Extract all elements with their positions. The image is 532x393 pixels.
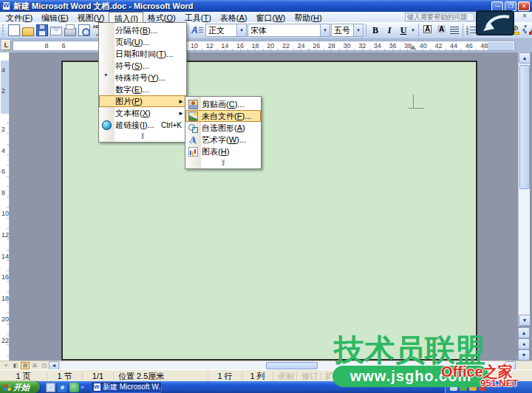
tab-selector[interactable]: L (1, 40, 11, 50)
horizontal-ruler[interactable]: 8610121416182022242628303234363840424446… (13, 41, 515, 51)
ruler-number: 4 (1, 147, 5, 154)
font-combo[interactable]: 宋体 ▼ (248, 24, 330, 37)
ruler-number: 2 (1, 126, 5, 133)
ruler-number: 44 (450, 42, 457, 49)
word-document-icon (2, 1, 10, 10)
email-button[interactable] (49, 24, 63, 38)
chevron-down-icon[interactable]: ▼ (320, 24, 330, 36)
menubar-item-file[interactable]: 文件(F) (1, 12, 37, 22)
ruler-number: 48 (480, 42, 488, 49)
menubar-item-edit[interactable]: 编辑(E) (37, 12, 73, 22)
bold-button[interactable]: B (369, 24, 382, 38)
quick-launch-more-icon[interactable]: » (81, 383, 84, 391)
char-shading-button[interactable] (434, 24, 448, 38)
vertical-ruler[interactable]: 42246810121416182022 (0, 52, 10, 360)
menu-expand-chevron-icon[interactable]: ∨∨ (185, 157, 261, 167)
title-bar: 新建 Microsoft Word 文档.doc - Microsoft Wor… (0, 0, 532, 12)
toolbar-options-icon[interactable]: ▾▾ (520, 24, 531, 38)
styles-and-formatting-button[interactable] (190, 24, 205, 38)
insert-menu-item-symbol[interactable]: 符号(S)... (99, 60, 186, 72)
insert-menu-item-hyperlink[interactable]: 超链接(I)...Ctrl+K (99, 119, 186, 131)
close-button[interactable]: ✕ (518, 1, 530, 11)
ruler-number: 18 (252, 42, 259, 49)
start-label: 开始 (13, 382, 30, 393)
insert-menu-item-page-numbers[interactable]: 页码(U)... (99, 36, 186, 48)
restore-button[interactable]: ❐ (505, 1, 516, 11)
chevron-down-icon[interactable]: ▼ (236, 24, 246, 36)
distributed-button[interactable] (448, 24, 461, 38)
start-button[interactable]: 开始 (0, 381, 40, 393)
minimize-button[interactable]: ─ (491, 1, 503, 11)
underline-button[interactable]: U (397, 24, 410, 38)
font-size-combo[interactable]: 五号 ▼ (331, 24, 364, 37)
select-browse-object-button[interactable]: ● (518, 338, 530, 349)
show-desktop-icon[interactable]: ▢ (46, 383, 55, 392)
web-layout-view-button[interactable]: ◧ (11, 362, 20, 369)
outline-view-button[interactable]: ☰ (30, 362, 39, 369)
reading-layout-view-button[interactable]: ◫ (40, 362, 49, 369)
cursor-swoosh-icon (476, 10, 514, 35)
menubar-item-table[interactable]: 表格(A) (216, 12, 252, 22)
ruler-number: 4 (1, 66, 5, 74)
status-mode-修订: 修订 (297, 372, 321, 380)
char-border-button[interactable] (421, 24, 434, 38)
help-question-input[interactable] (405, 13, 474, 21)
ruler-number: 8 (44, 42, 48, 49)
scrollbar-thumb[interactable] (519, 65, 530, 189)
save-button[interactable] (35, 24, 49, 38)
insert-menu-item-break[interactable]: 分隔符(B)... (99, 24, 186, 36)
document-close-icon[interactable]: × (520, 12, 529, 20)
print-layout-view-button[interactable]: ▤ (21, 362, 30, 369)
ruler-number: 26 (313, 42, 320, 49)
style-combo[interactable]: 正文 ▼ (205, 24, 247, 37)
print-button[interactable] (63, 24, 77, 38)
insert-menu-item-page-numbers-label: 页码(U)... (115, 37, 149, 48)
chart-icon (185, 147, 200, 157)
menubar-item-window[interactable]: 窗口(W) (252, 12, 290, 22)
menubar-item-view[interactable]: 视图(V) (73, 12, 109, 22)
menubar-item-help[interactable]: 帮助(H) (290, 12, 326, 22)
insert-menu-item-special-symbol[interactable]: 特殊符号(Y)... (99, 72, 186, 83)
scroll-down-icon[interactable]: ▼ (519, 315, 531, 326)
chevron-down-icon[interactable]: ▼ (353, 24, 363, 36)
task-button-word[interactable]: 新建 Microsoft W... (92, 383, 161, 392)
print-preview-button[interactable] (77, 24, 91, 38)
picture-submenu-item-chart[interactable]: 图表(H) (185, 146, 261, 157)
new-document-button[interactable] (7, 24, 21, 38)
picture-submenu-item-from-file[interactable]: 来自文件(F)... (185, 110, 261, 122)
insert-menu-item-text-box[interactable]: 文本框(X)► (99, 107, 186, 119)
menubar-item-format[interactable]: 格式(O) (143, 12, 180, 22)
picture-submenu-item-autoshapes-label: 自选图形(A) (202, 123, 245, 134)
scroll-up-icon[interactable]: ▲ (519, 52, 531, 64)
picture-submenu-item-chart-label: 图表(H) (202, 146, 229, 157)
menubar-item-tools[interactable]: 工具(T) (180, 12, 216, 22)
scrollbar-thumb[interactable] (266, 362, 318, 369)
menu-expand-chevron-icon[interactable]: ∨∨ (99, 131, 186, 140)
ruler-number: 24 (298, 42, 305, 49)
chevron-down-icon[interactable]: ▼ (411, 28, 416, 33)
picture-submenu-item-wordart[interactable]: 艺术字(W)... (185, 134, 261, 146)
ruler-number: 6 (61, 42, 65, 49)
normal-view-button[interactable]: ≡ (1, 362, 10, 369)
menubar-item-insert[interactable]: 插入(I) (109, 12, 143, 22)
toolbar-grip[interactable] (1, 24, 5, 37)
insert-menu-item-number-label: 数字(E)... (115, 84, 149, 95)
internet-explorer-icon[interactable]: e (58, 383, 67, 392)
insert-menu-item-picture[interactable]: 图片(P)► (99, 95, 186, 107)
next-page-button[interactable]: ▼ (518, 349, 530, 360)
open-button[interactable] (21, 24, 35, 38)
ruler-number: 8 (1, 189, 5, 196)
picture-submenu-item-autoshapes[interactable]: 自选图形(A) (185, 122, 261, 134)
messenger-icon[interactable] (69, 383, 79, 392)
insert-menu-item-special-symbol-label: 特殊符号(Y)... (115, 72, 166, 83)
previous-page-button[interactable]: ▲ (518, 327, 530, 338)
ruler-number: 42 (434, 42, 442, 49)
char-shading-icon (435, 24, 447, 36)
italic-button[interactable]: I (383, 24, 396, 38)
style-value: 正文 (208, 25, 225, 36)
insert-menu-item-number[interactable]: 数字(E)... (99, 83, 186, 95)
vertical-scrollbar[interactable]: ▲ ▼ (518, 52, 530, 326)
word-window: 新建 Microsoft Word 文档.doc - Microsoft Wor… (0, 0, 532, 393)
insert-menu-item-date-time[interactable]: 日期和时间(T)... (99, 48, 186, 60)
picture-submenu-item-clip-art[interactable]: 剪贴画(C)... (185, 98, 261, 110)
